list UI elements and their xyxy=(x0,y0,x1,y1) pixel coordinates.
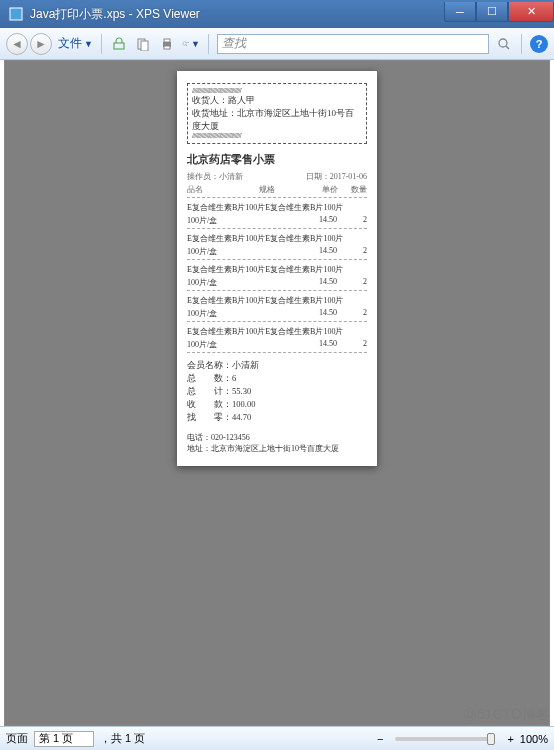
footer: 电话：020-123456 地址：北京市海淀区上地十街10号百度大厦 xyxy=(187,432,367,454)
help-button[interactable]: ? xyxy=(530,35,548,53)
svg-line-11 xyxy=(506,46,509,49)
zoom-out-icon[interactable]: − xyxy=(377,733,383,745)
separator xyxy=(208,34,209,54)
svg-point-7 xyxy=(183,41,187,45)
svg-text:100: 100 xyxy=(186,41,189,43)
zoom-slider[interactable] xyxy=(395,737,495,741)
statusbar: 页面 第 1 页 ，共 1 页 − + 100% xyxy=(0,726,554,750)
line-item: E复合维生素B片100片E复合维生素B片100片100片/盒14.502 xyxy=(187,264,367,291)
search-input[interactable]: 查找 xyxy=(217,34,489,54)
chevron-down-icon: ▼ xyxy=(84,39,93,49)
close-button[interactable]: ✕ xyxy=(508,2,554,22)
zoom-in-icon[interactable]: + xyxy=(507,733,513,745)
separator xyxy=(521,34,522,54)
svg-rect-5 xyxy=(164,39,170,42)
line-item: E复合维生素B片100片E复合维生素B片100片100片/盒14.502 xyxy=(187,295,367,322)
chevron-down-icon: ▼ xyxy=(191,39,200,49)
page-label: 页面 xyxy=(6,731,28,746)
permissions-icon[interactable] xyxy=(110,35,128,53)
svg-rect-3 xyxy=(141,41,148,51)
page-total: ，共 1 页 xyxy=(100,731,145,746)
recipient-box: ////////////////////////////////////////… xyxy=(187,83,367,144)
app-icon xyxy=(8,6,24,22)
file-menu[interactable]: 文件▼ xyxy=(58,35,93,52)
signatures-icon[interactable] xyxy=(134,35,152,53)
window-title: Java打印小票.xps - XPS Viewer xyxy=(30,6,444,23)
search-button[interactable] xyxy=(495,35,513,53)
nav-back-button[interactable]: ◄ xyxy=(6,33,28,55)
separator xyxy=(101,34,102,54)
nav-forward-button[interactable]: ► xyxy=(30,33,52,55)
svg-rect-1 xyxy=(114,43,124,49)
svg-rect-6 xyxy=(164,46,170,49)
summary: 会员名称：小清新 总 数：6 总 计：55.30 收 款：100.00 找 零：… xyxy=(187,359,367,424)
zoom-icon[interactable]: 100▼ xyxy=(182,35,200,53)
receipt-page: ////////////////////////////////////////… xyxy=(177,71,377,466)
toolbar: ◄ ► 文件▼ 100▼ 查找 ? xyxy=(0,28,554,60)
page-input[interactable]: 第 1 页 xyxy=(34,731,94,747)
window-buttons: ─ ☐ ✕ xyxy=(444,6,554,22)
svg-point-10 xyxy=(499,39,507,47)
slider-thumb[interactable] xyxy=(487,733,495,745)
titlebar: Java打印小票.xps - XPS Viewer ─ ☐ ✕ xyxy=(0,0,554,28)
line-item: E复合维生素B片100片E复合维生素B片100片100片/盒14.502 xyxy=(187,326,367,353)
zoom-value: 100% xyxy=(520,733,548,745)
watermark: @51CTO博客 xyxy=(463,706,550,724)
receipt-title: 北京药店零售小票 xyxy=(187,152,367,167)
line-item: E复合维生素B片100片E复合维生素B片100片100片/盒14.502 xyxy=(187,233,367,260)
minimize-button[interactable]: ─ xyxy=(444,2,476,22)
line-item: E复合维生素B片100片E复合维生素B片100片100片/盒14.502 xyxy=(187,202,367,229)
document-viewport[interactable]: ////////////////////////////////////////… xyxy=(4,60,550,726)
svg-rect-0 xyxy=(10,8,22,20)
maximize-button[interactable]: ☐ xyxy=(476,2,508,22)
column-headers: 品名规格单价数量 xyxy=(187,184,367,198)
print-icon[interactable] xyxy=(158,35,176,53)
svg-line-8 xyxy=(186,44,187,45)
